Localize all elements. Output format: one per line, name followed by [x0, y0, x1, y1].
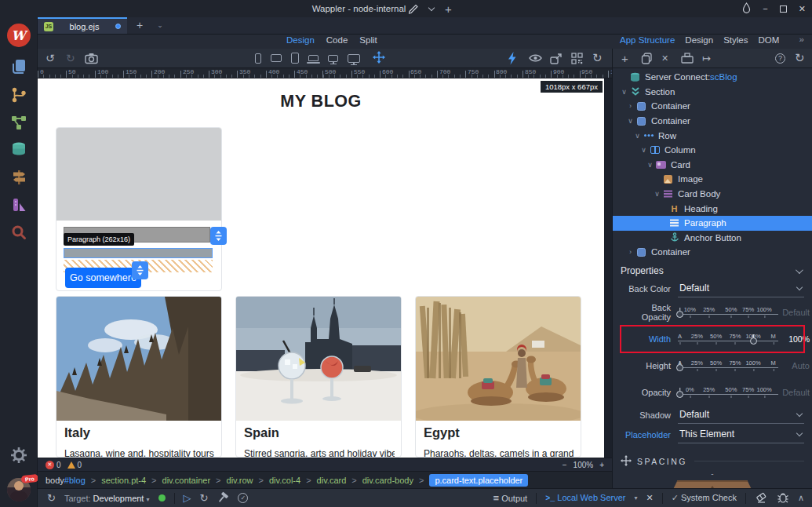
output-toggle[interactable]: ≡ Output — [493, 492, 528, 504]
device-large-desktop-icon[interactable] — [348, 54, 360, 63]
tree-node-section[interactable]: ∨Section — [613, 85, 812, 100]
rename-pencil-icon[interactable] — [408, 2, 418, 16]
server-connect-link[interactable]: scBlog — [710, 72, 737, 82]
chevron-open-icon[interactable]: ∨ — [625, 117, 635, 125]
breadcrumb-item[interactable]: div.container — [162, 476, 211, 485]
chevron-closed-icon[interactable]: › — [625, 102, 635, 110]
more-panels-chevron[interactable]: » — [799, 35, 804, 44]
chevron-open-icon[interactable]: ∨ — [652, 190, 662, 198]
tab-split[interactable]: Split — [359, 35, 377, 45]
image-placeholder[interactable] — [56, 128, 221, 221]
save-library-icon[interactable] — [681, 49, 694, 67]
tab-list-chevron-icon[interactable]: ⌄ — [152, 17, 168, 34]
validate-check-icon[interactable]: ✓ — [238, 493, 248, 503]
terminal-server-toggle[interactable]: >_ Local Web Server — [545, 493, 625, 503]
tree-node-anchor-button[interactable]: Anchor Button — [613, 231, 812, 246]
git-branch-icon[interactable] — [10, 86, 27, 104]
breadcrumb-item[interactable]: div.col-4 — [269, 476, 300, 485]
tab-blog-ejs[interactable]: JS blog.ejs — [38, 17, 127, 34]
tree-node-row[interactable]: ∨Row — [613, 128, 812, 143]
tree-node-container[interactable]: ›Container — [613, 245, 812, 260]
tab-styles[interactable]: Styles — [723, 35, 748, 45]
breadcrumb-item[interactable]: div.card-body — [362, 476, 413, 485]
refresh-target-icon[interactable]: ↻ — [47, 492, 56, 504]
spacing-section-header[interactable]: SPACING — [621, 454, 804, 469]
tree-node-server-connect[interactable]: Server Connect: scBlog — [613, 70, 812, 85]
drag-handle-icon[interactable] — [210, 227, 227, 245]
tree-node-image[interactable]: Image — [613, 172, 812, 187]
add-element-icon[interactable]: + — [621, 49, 628, 67]
user-avatar[interactable]: Pro — [7, 478, 31, 502]
tree-node-card-body[interactable]: ∨Card Body — [613, 187, 812, 202]
theme-droplet-icon[interactable] — [742, 2, 751, 15]
search-icon[interactable] — [10, 224, 27, 241]
back-opacity-slider[interactable]: 10% 25% 50% 75% 100% — [678, 305, 778, 319]
duplicate-icon[interactable] — [641, 49, 653, 67]
build-hammer-icon[interactable] — [217, 491, 229, 505]
opacity-slider[interactable]: 0% 25% 50% 75% 100% — [678, 385, 778, 399]
tree-node-heading[interactable]: HHeading — [613, 201, 812, 216]
refresh-canvas-icon[interactable]: ↻ — [592, 49, 603, 67]
stop-server-icon[interactable]: ✕ — [646, 493, 654, 503]
chevron-open-icon[interactable]: ∨ — [645, 161, 655, 169]
breadcrumb-item[interactable]: div.card — [317, 476, 347, 485]
device-laptop-icon[interactable] — [308, 55, 319, 61]
canvas-scrollbar[interactable] — [604, 78, 612, 458]
slider-knob[interactable] — [676, 391, 683, 398]
card-italy[interactable]: Italy Lasagna, wine and, hospitality tou… — [56, 296, 222, 458]
tab-app-structure[interactable]: App Structure — [620, 35, 675, 45]
paragraph-placeholder-selected[interactable] — [64, 248, 213, 258]
placeholder-card[interactable]: Paragraph (262x16) Go somewhere — [56, 127, 222, 291]
chevron-open-icon[interactable]: ∨ — [619, 88, 629, 96]
design-canvas[interactable]: 1018px x 667px MY BLOG Paragraph (262x16… — [38, 78, 604, 458]
database-icon[interactable] — [10, 141, 27, 159]
tab-dom[interactable]: DOM — [758, 35, 779, 45]
warnings-icon[interactable] — [67, 461, 75, 469]
routes-signpost-icon[interactable] — [10, 169, 27, 186]
new-tab-button[interactable]: + — [127, 17, 152, 34]
height-slider[interactable]: A 25% 50% 75% 100% M — [678, 359, 778, 372]
slider-knob[interactable] — [676, 311, 683, 318]
workflows-icon[interactable] — [10, 114, 27, 131]
go-somewhere-button[interactable]: Go somewhere — [65, 268, 141, 288]
placeholder-select[interactable]: This Element — [678, 427, 804, 443]
close-button[interactable]: ✕ — [799, 5, 806, 13]
errors-icon[interactable]: ✕ — [46, 461, 54, 469]
qr-code-icon[interactable] — [571, 49, 583, 67]
drag-handle-icon[interactable] — [132, 261, 148, 279]
slider-knob[interactable] — [750, 337, 757, 345]
redo-icon[interactable]: ↻ — [66, 49, 75, 67]
maximize-button[interactable] — [780, 5, 787, 13]
preview-eye-icon[interactable] — [529, 49, 542, 67]
new-project-icon[interactable]: + — [445, 2, 452, 16]
tree-node-container[interactable]: ∨Container — [613, 114, 812, 129]
properties-header[interactable]: Properties — [621, 263, 804, 279]
wappler-logo[interactable]: W — [7, 24, 31, 47]
slider-knob[interactable] — [676, 364, 683, 371]
chevron-open-icon[interactable]: ∨ — [632, 132, 643, 140]
tab-code[interactable]: Code — [326, 35, 348, 45]
card-egypt[interactable]: Egypt Pharaohs, deltas, camels in a gran… — [415, 296, 581, 458]
shadow-select[interactable]: Default — [678, 407, 804, 424]
card-spain[interactable]: Spain Stirred sangria, arts and holiday … — [235, 296, 402, 458]
collapse-chevron-icon[interactable] — [796, 266, 803, 274]
back-color-select[interactable]: Default — [678, 281, 804, 297]
screenshot-camera-icon[interactable] — [85, 49, 98, 67]
page-title[interactable]: MY BLOG — [38, 92, 604, 111]
zoom-out-button[interactable]: − — [563, 461, 567, 469]
collapse-panel-chevron[interactable]: ∧ — [798, 493, 804, 503]
tree-node-container[interactable]: ›Container — [613, 99, 812, 114]
device-phone-icon[interactable] — [255, 53, 261, 64]
breadcrumb-body[interactable]: body#blog — [46, 476, 86, 485]
tree-node-column[interactable]: ∨Column — [613, 143, 812, 158]
device-tablet-icon[interactable] — [291, 53, 299, 64]
tab-panel-design[interactable]: Design — [685, 35, 713, 45]
move-into-icon[interactable]: ↦ — [702, 49, 711, 67]
breadcrumb-active-item[interactable]: p.card-text.placeholder — [429, 474, 528, 487]
pan-move-icon[interactable] — [373, 51, 385, 65]
device-desktop-icon[interactable] — [328, 55, 338, 62]
app-connect-lightning-icon[interactable] — [507, 49, 517, 67]
restart-icon[interactable]: ↻ — [200, 492, 209, 504]
zoom-in-button[interactable]: + — [599, 461, 604, 469]
chevron-open-icon[interactable]: ∨ — [639, 146, 649, 154]
